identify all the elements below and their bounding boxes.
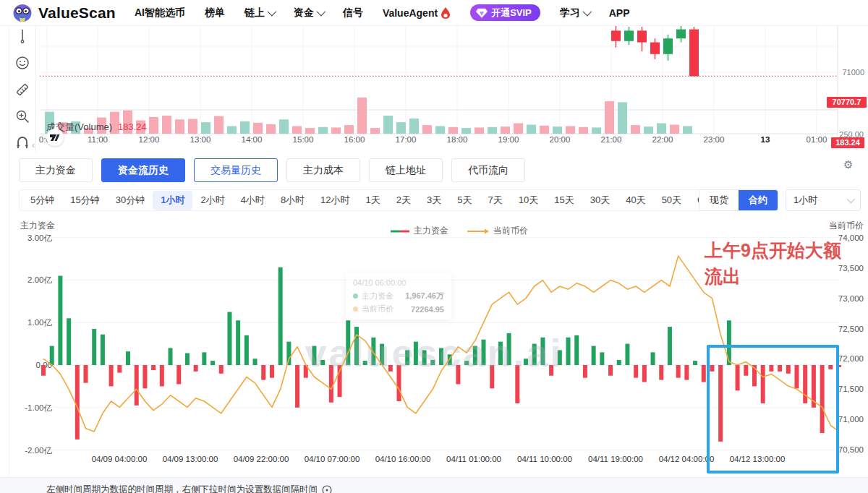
period-1小时[interactable]: 1小时 [153, 191, 192, 210]
period-5分钟[interactable]: 5分钟 [22, 191, 62, 210]
watermark: valuescan.ai [305, 331, 563, 374]
period-40天[interactable]: 40天 [618, 191, 653, 210]
svip-diamond-icon [476, 8, 488, 18]
svg-text:23:00: 23:00 [704, 135, 725, 144]
svg-text:19:00: 19:00 [498, 135, 519, 144]
svg-text:-2.00亿: -2.00亿 [25, 446, 52, 455]
magnet-icon[interactable] [13, 133, 32, 152]
tab-主力资金[interactable]: 主力资金 [19, 158, 93, 182]
svg-text:04/11 10:00:00: 04/11 10:00:00 [517, 455, 572, 463]
period-12小时[interactable]: 12小时 [312, 191, 357, 210]
chevron-down-icon [316, 7, 326, 17]
nav-item-AI智能选币[interactable]: AI智能选币 [135, 7, 185, 20]
toggle-现货[interactable]: 现货 [699, 190, 739, 210]
current-volume-tag: 183.24 [831, 137, 864, 148]
tab-主力成本[interactable]: 主力成本 [286, 158, 360, 182]
svg-text:18:00: 18:00 [447, 135, 468, 144]
period-15分钟[interactable]: 15分钟 [62, 191, 107, 210]
svg-text:17:00: 17:00 [396, 135, 417, 144]
nav-item-学习[interactable]: 学习 [560, 7, 590, 20]
info-icon[interactable] [322, 485, 332, 493]
period-15天[interactable]: 15天 [546, 191, 582, 210]
tradingview-chart-panel[interactable]: 0:0011:0012:0013:0014:0015:0016:0017:001… [0, 26, 868, 152]
footer-bar: 左侧时间周期为数据的时间周期，右侧下拉时间为设置数据间隔时间 [0, 477, 868, 493]
svg-text:13:00: 13:00 [190, 135, 211, 144]
tooltip-series-label: 主力资金 [362, 291, 393, 301]
nav-item-信号[interactable]: 信号 [343, 7, 363, 20]
tab-链上地址[interactable]: 链上地址 [369, 158, 443, 182]
period-8小时[interactable]: 8小时 [273, 191, 312, 210]
svg-text:04/09 13:00:00: 04/09 13:00:00 [163, 455, 218, 463]
tradingview-logo-icon[interactable] [46, 129, 64, 146]
period-30天[interactable]: 30天 [582, 191, 618, 210]
chevron-down-icon [267, 7, 276, 17]
nav-item-榜单[interactable]: 榜单 [205, 7, 225, 20]
period-7天[interactable]: 7天 [480, 191, 511, 210]
period-4小时[interactable]: 4小时 [233, 191, 273, 210]
emoji-tool-icon[interactable] [13, 54, 32, 73]
chevron-down-icon [582, 7, 592, 17]
nav-item-ValueAgent[interactable]: ValueAgent [383, 7, 451, 19]
svg-text:70,500: 70,500 [838, 445, 864, 454]
svg-text:04/12 04:00:00: 04/12 04:00:00 [659, 455, 715, 463]
tab-代币流向[interactable]: 代币流向 [451, 158, 525, 182]
market-type-toggle: 现货合约 [699, 189, 778, 211]
nav-item-label: 信号 [343, 7, 363, 20]
tv-time-axis[interactable]: 0:0011:0012:0013:0014:0015:0016:0017:001… [39, 135, 827, 144]
period-5天[interactable]: 5天 [449, 191, 480, 210]
vertical-line-tool-icon[interactable] [13, 27, 32, 46]
nav-item-APP[interactable]: APP [609, 7, 630, 19]
left-axis-ticks: 3.00亿2.00亿1.00亿0.00-1.00亿-2.00亿 [25, 233, 52, 455]
svg-text:04/10 07:00:00: 04/10 07:00:00 [305, 455, 360, 463]
nav-item-label: ValueAgent [383, 7, 438, 19]
nav-menu: AI智能选币榜单链上资金信号ValueAgent开通SVIP学习APP [135, 4, 630, 21]
tooltip-series-dot [353, 306, 358, 312]
zoom-in-icon[interactable] [13, 107, 32, 126]
period-10天[interactable]: 10天 [511, 191, 546, 210]
nav-item-资金[interactable]: 资金 [294, 7, 323, 20]
period-2天[interactable]: 2天 [388, 191, 419, 210]
nav-item-label: APP [609, 7, 630, 19]
collapse-handle-icon[interactable]: ‹ [32, 140, 35, 150]
footer-note: 左侧时间周期为数据的时间周期，右侧下拉时间为设置数据间隔时间 [46, 484, 332, 493]
period-50天[interactable]: 50天 [654, 191, 689, 210]
nav-item-label: 学习 [560, 7, 580, 20]
svg-text:1.00亿: 1.00亿 [27, 318, 52, 327]
svg-text:71,500: 71,500 [838, 385, 864, 393]
svip-badge[interactable]: 开通SVIP [470, 4, 540, 21]
period-30分钟[interactable]: 30分钟 [108, 191, 153, 210]
fire-icon [441, 7, 451, 19]
period-3天[interactable]: 3天 [419, 191, 449, 210]
top-navigation-bar: ValueScan AI智能选币榜单链上资金信号ValueAgent开通SVIP… [0, 0, 868, 26]
tab-交易量历史[interactable]: 交易量历史 [194, 158, 278, 182]
main-x-axis: 04/09 04:00:0004/09 13:00:0004/09 22:00:… [92, 455, 786, 463]
svg-text:13: 13 [761, 135, 770, 144]
candles [611, 26, 699, 76]
tv-price-axis-label: 71000 [842, 68, 864, 77]
period-2小时[interactable]: 2小时 [192, 191, 232, 210]
tooltip-series-value: 1,967.46万 [405, 291, 444, 301]
svg-text:15:00: 15:00 [293, 135, 314, 144]
footer-note-text: 左侧时间周期为数据的时间周期，右侧下拉时间为设置数据间隔时间 [46, 484, 318, 493]
brand-name: ValueScan [38, 4, 116, 22]
valuescan-logo-icon [12, 3, 33, 23]
svg-text:-1.00亿: -1.00亿 [25, 403, 52, 412]
annotation-text: 上午9点开始大额流出 [705, 237, 849, 289]
nav-item-链上[interactable]: 链上 [244, 7, 274, 20]
period-1天[interactable]: 1天 [358, 191, 388, 210]
svg-text:01:00: 01:00 [807, 135, 827, 144]
svg-text:11:00: 11:00 [88, 135, 108, 144]
tooltip-series-label: 当前币价 [362, 304, 393, 314]
brand-logo[interactable]: ValueScan [12, 3, 116, 23]
volume-value: 183.24 [118, 121, 147, 132]
measure-ruler-icon[interactable] [13, 80, 32, 99]
nav-item-label: 资金 [294, 7, 314, 20]
toggle-合约[interactable]: 合约 [739, 190, 778, 210]
svg-text:72,500: 72,500 [838, 325, 864, 333]
gear-icon[interactable]: ⚙ [843, 158, 853, 171]
interval-dropdown[interactable]: 1小时 [786, 189, 861, 211]
drawing-toolbar [9, 26, 36, 152]
tab-资金流历史[interactable]: 资金流历史 [101, 158, 185, 182]
svg-text:22:00: 22:00 [652, 135, 673, 144]
tooltip-series-value: 72264.95 [411, 305, 444, 314]
